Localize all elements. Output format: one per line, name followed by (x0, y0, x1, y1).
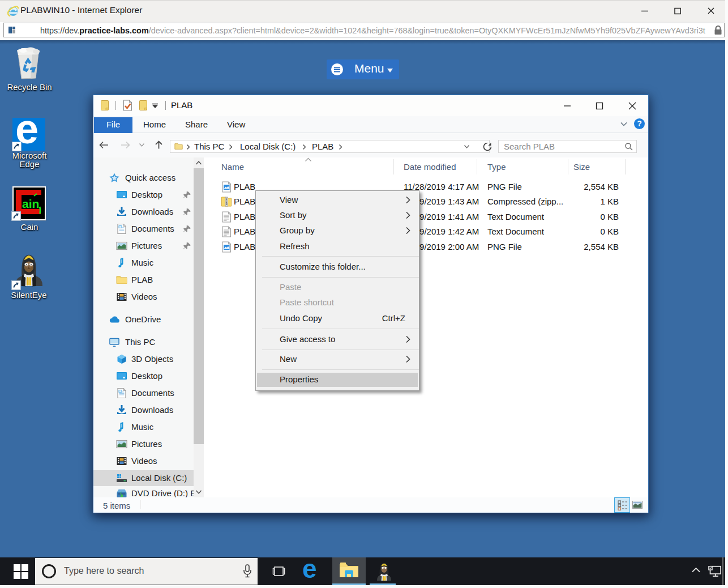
svg-text:ain: ain (22, 197, 39, 210)
